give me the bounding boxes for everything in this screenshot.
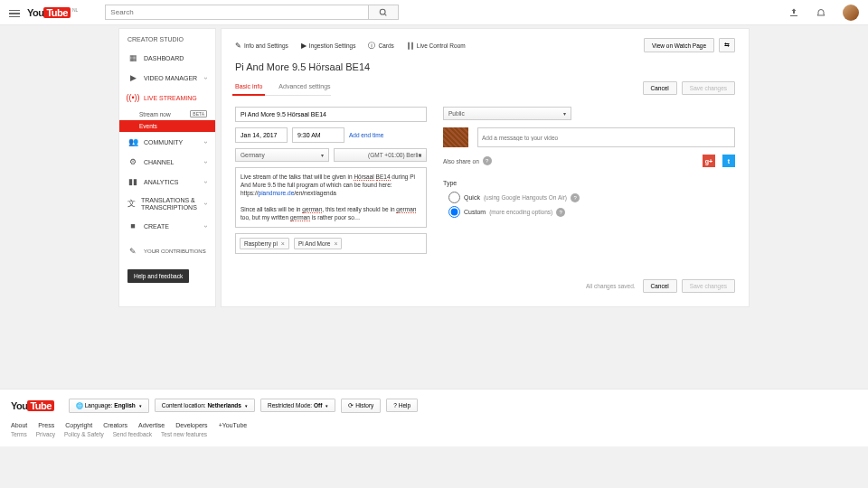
sidebar-item-analytics[interactable]: ▮▮ANALYTICS [119,172,215,192]
country-select[interactable]: Germany [235,148,329,162]
footer-history-button[interactable]: ⟳ History [341,399,381,413]
avatar[interactable] [843,5,859,21]
create-icon: ■ [127,221,138,230]
view-watch-page-button[interactable]: View on Watch Page [644,38,714,52]
footer-help-button[interactable]: ? Help [386,399,418,412]
svg-line-1 [385,14,387,15]
ingestion-icon: ▶ [301,42,307,50]
pencil-icon: ✎ [235,42,241,50]
sidebar-your-contributions[interactable]: ✎YOUR CONTRIBUTIONS [119,236,215,267]
twitter-icon[interactable]: t [722,155,735,167]
sidebar-item-translations[interactable]: 文TRANSLATIONS & TRANSCRIPTIONS [119,192,215,216]
date-input[interactable] [235,127,288,143]
sidebar-item-channel[interactable]: ⚙CHANNEL [119,152,215,172]
sidebar-sub-stream-now[interactable]: Stream nowBETA [119,108,215,120]
sidebar-title: CREATOR STUDIO [119,29,215,48]
video-thumbnail[interactable] [443,127,468,147]
tb-cards[interactable]: ⓘCards [368,41,393,51]
time-input[interactable] [292,127,344,143]
youtube-logo[interactable]: YouTubeNL [27,7,78,18]
save-button[interactable]: Save changes [682,279,735,293]
footer-language-select[interactable]: 🌐 Language: English [69,399,149,413]
share-link-button[interactable]: ⇆ [719,38,735,52]
footer-restricted-select[interactable]: Restricted Mode: Off [260,399,335,412]
help-icon[interactable]: ? [571,193,580,202]
search-icon [379,8,388,17]
search-input[interactable] [105,5,369,20]
add-end-time-link[interactable]: Add end time [349,132,383,138]
footer-link2[interactable]: Privacy [36,431,55,437]
tag-remove[interactable]: × [334,240,337,247]
footer-link2[interactable]: Test new features [161,431,207,437]
sidebar-item-community[interactable]: 👥COMMUNITY [119,132,215,152]
footer-link[interactable]: +YouTube [219,422,248,428]
title-input[interactable] [235,107,427,122]
sidebar-sub-events[interactable]: Events [119,120,215,132]
cancel-button-top[interactable]: Cancel [643,81,677,95]
tag-item: Pi And More× [294,238,343,249]
help-icon[interactable]: ? [556,208,565,217]
radio-quick[interactable]: Quick (using Google Hangouts On Air) ? [448,192,735,203]
gear-icon: ⚙ [127,157,138,166]
cancel-button[interactable]: Cancel [643,279,677,293]
contrib-icon: ✎ [127,247,138,256]
video-icon: ▶ [127,73,138,82]
tag-item: Raspberry pi× [240,238,289,249]
translate-icon: 文 [127,200,136,209]
sidebar-item-live-streaming[interactable]: ((•))LIVE STREAMING [119,88,215,108]
tab-basic-info[interactable]: Basic info [235,80,262,95]
footer-link[interactable]: Creators [103,422,127,428]
gplus-icon[interactable]: g+ [703,155,715,167]
dashboard-icon: ▦ [127,53,138,62]
footer-link[interactable]: Copyright [65,422,92,428]
type-label: Type [443,180,735,186]
sidebar-item-video-manager[interactable]: ▶VIDEO MANAGER [119,68,215,88]
footer-link[interactable]: Advertise [138,422,165,428]
footer-link[interactable]: Press [38,422,54,428]
sliders-icon: ∥∥ [407,42,414,50]
description-input[interactable]: Live stream of the talks that will be gi… [235,167,427,228]
footer-link2[interactable]: Policy & Safety [64,431,104,437]
search-button[interactable] [369,5,399,20]
footer-location-select[interactable]: Content location: Netherlands [155,399,255,412]
tab-advanced[interactable]: Advanced settings [278,80,330,95]
help-feedback-button[interactable]: Help and feedback [127,269,189,283]
privacy-select[interactable]: Public [443,107,571,120]
footer-link2[interactable]: Send feedback [113,431,152,437]
page-title: Pi And More 9.5 Hörsaal BE14 [235,61,735,72]
timezone-select[interactable]: (GMT +01:00) Berlin [334,148,428,162]
tb-ingestion[interactable]: ▶Ingestion Settings [301,42,356,50]
tb-info-settings[interactable]: ✎Info and Settings [235,42,288,50]
share-message-input[interactable] [477,127,735,147]
tag-remove[interactable]: × [281,240,285,247]
sidebar-item-create[interactable]: ■CREATE [119,216,215,236]
youtube-logo-footer[interactable]: YouTube [11,400,54,411]
hamburger-menu[interactable] [9,8,20,17]
footer-link[interactable]: About [11,422,27,428]
svg-point-0 [381,9,386,14]
footer-link2[interactable]: Terms [11,431,27,437]
community-icon: 👥 [127,137,138,146]
saved-status: All changes saved. [586,283,636,289]
upload-icon[interactable] [788,7,799,18]
tb-live-control[interactable]: ∥∥Live Control Room [407,42,466,50]
footer-link[interactable]: Developers [175,422,207,428]
radio-custom[interactable]: Custom (more encoding options) ? [448,206,735,218]
notifications-icon[interactable] [816,7,826,18]
tags-input[interactable]: Raspberry pi× Pi And More× [235,233,427,254]
help-icon[interactable]: ? [483,156,492,165]
save-button-top[interactable]: Save changes [682,81,735,95]
live-icon: ((•)) [127,93,138,102]
sidebar-item-dashboard[interactable]: ▦DASHBOARD [119,48,215,68]
analytics-icon: ▮▮ [127,177,138,186]
info-icon: ⓘ [368,41,375,51]
